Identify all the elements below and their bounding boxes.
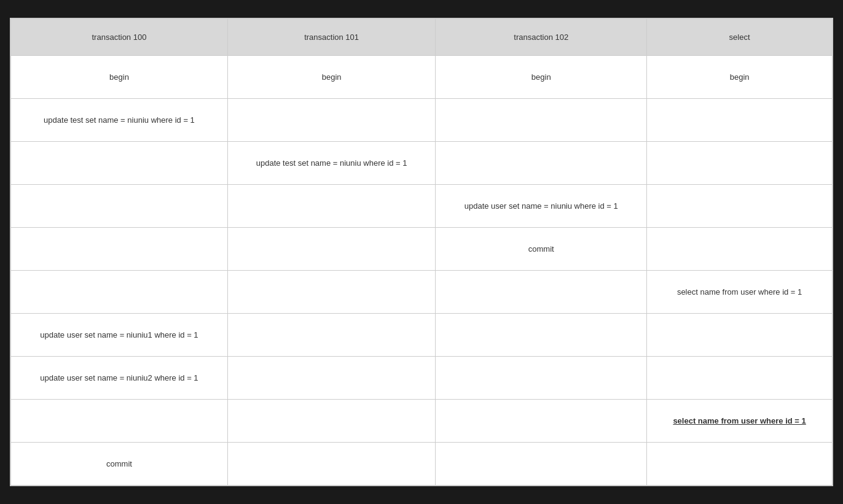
table-cell [647,357,833,400]
table-row: beginbeginbeginbegin [11,56,833,99]
table-row: update user set name = niuniu where id =… [11,185,833,228]
table-cell: update user set name = niuniu where id =… [436,185,647,228]
table-cell: begin [227,56,435,99]
table-cell [227,99,435,142]
table-row: commit [11,228,833,271]
table-cell [227,314,435,357]
column-header-col-tx100: transaction 100 [11,19,228,56]
table-cell [436,400,647,443]
table-cell [227,357,435,400]
table-cell: commit [11,443,228,486]
table-row: update test set name = niuniu where id =… [11,99,833,142]
table-cell [647,314,833,357]
table-cell: update user set name = niuniu1 where id … [11,314,228,357]
table-cell [11,185,228,228]
table-cell [436,443,647,486]
table-cell: begin [647,56,833,99]
table-row: update user set name = niuniu2 where id … [11,357,833,400]
table-cell [436,314,647,357]
table-cell: select name from user where id = 1 [647,400,833,443]
table-cell: commit [436,228,647,271]
table-cell [647,443,833,486]
table-cell [647,228,833,271]
table-row: select name from user where id = 1 [11,400,833,443]
table-cell [647,99,833,142]
table-cell: select name from user where id = 1 [647,271,833,314]
table-cell: update user set name = niuniu2 where id … [11,357,228,400]
table-cell [227,400,435,443]
table-cell [11,400,228,443]
table-cell [227,443,435,486]
column-header-col-tx102: transaction 102 [436,19,647,56]
table-cell: update test set name = niuniu where id =… [11,99,228,142]
table-cell [227,228,435,271]
main-table-wrapper: transaction 100transaction 101transactio… [10,18,833,486]
table-row: select name from user where id = 1 [11,271,833,314]
table-cell [436,271,647,314]
table-cell [436,142,647,185]
table-cell [11,271,228,314]
column-header-col-tx101: transaction 101 [227,19,435,56]
table-cell [11,142,228,185]
table-cell: update test set name = niuniu where id =… [227,142,435,185]
transaction-table: transaction 100transaction 101transactio… [10,18,833,486]
table-cell: begin [11,56,228,99]
table-cell [11,228,228,271]
column-header-col-select: select [647,19,833,56]
table-cell [647,185,833,228]
table-cell [436,99,647,142]
table-row: commit [11,443,833,486]
table-cell [227,185,435,228]
table-header-row: transaction 100transaction 101transactio… [11,19,833,56]
table-cell [227,271,435,314]
table-cell [647,142,833,185]
table-row: update user set name = niuniu1 where id … [11,314,833,357]
table-row: update test set name = niuniu where id =… [11,142,833,185]
table-cell [436,357,647,400]
table-body: beginbeginbeginbeginupdate test set name… [11,56,833,486]
table-cell: begin [436,56,647,99]
